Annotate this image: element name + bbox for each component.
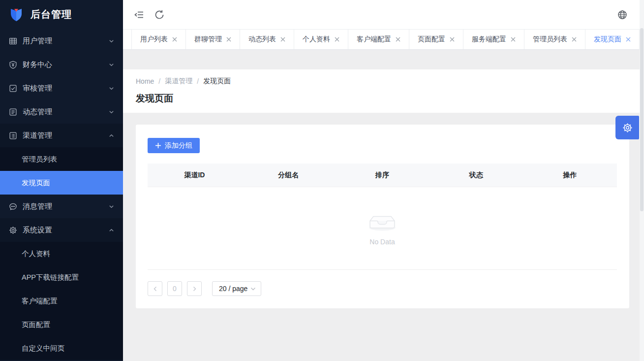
tab-server-config[interactable]: 服务端配置 — [463, 30, 524, 49]
sidebar-subitem-admin-list[interactable]: 管理员列表 — [0, 147, 123, 171]
close-icon[interactable] — [280, 37, 285, 42]
close-icon[interactable] — [626, 37, 631, 42]
tab-label: 用户列表 — [140, 35, 168, 44]
pagination-next-button[interactable] — [187, 281, 202, 296]
chevron-down-icon — [109, 86, 114, 91]
channel-icon — [9, 131, 17, 140]
close-icon[interactable] — [572, 37, 577, 42]
close-icon[interactable] — [450, 37, 455, 42]
tab-label: 页面配置 — [418, 35, 445, 44]
sidebar-item-user-mgmt[interactable]: 用户管理 — [0, 29, 123, 53]
close-icon[interactable] — [172, 37, 177, 42]
theme-settings-button[interactable] — [615, 116, 639, 139]
chevron-down-icon — [109, 38, 114, 44]
sidebar-item-label: 消息管理 — [23, 202, 109, 211]
column-header-actions: 操作 — [523, 164, 617, 187]
tab-bar: 用户列表 群聊管理 动态列表 个人资料 客户端配置 页面配置 服务端配置 管理 — [123, 30, 644, 50]
page-title: 发现页面 — [136, 92, 644, 105]
tab-client-config[interactable]: 客户端配置 — [348, 30, 409, 49]
tab-admin-list[interactable]: 管理员列表 — [524, 30, 585, 49]
tab-user-list[interactable]: 用户列表 — [131, 30, 186, 49]
close-icon[interactable] — [396, 37, 400, 42]
pagination-page-number[interactable]: 0 — [167, 281, 182, 296]
vertical-scrollbar-thumb[interactable] — [640, 28, 644, 211]
column-header-sort: 排序 — [336, 164, 429, 187]
tab-label: 发现页面 — [594, 35, 621, 44]
tab-page-config[interactable]: 页面配置 — [409, 30, 463, 49]
tab-feed-list[interactable]: 动态列表 — [240, 30, 294, 49]
sidebar-subitem-custom-landing[interactable]: 自定义中间页 — [0, 336, 123, 360]
sidebar-item-label: 渠道管理 — [23, 131, 109, 140]
content-card: 添加分组 渠道ID 分组名 排序 状态 操作 No Data — [136, 125, 629, 308]
sidebar-subitem-app-download-config[interactable]: APP下载链接配置 — [0, 265, 123, 289]
tab-profile[interactable]: 个人资料 — [294, 30, 348, 49]
pagination-prev-button[interactable] — [148, 281, 162, 296]
close-icon[interactable] — [335, 37, 339, 42]
chevron-up-icon — [109, 228, 114, 233]
chevron-left-icon — [153, 286, 158, 292]
sidebar-item-system-settings[interactable]: 系统设置 — [0, 218, 123, 242]
tab-label: 动态列表 — [248, 35, 276, 44]
sidebar-item-label: 用户管理 — [23, 36, 109, 46]
tab-label: 管理员列表 — [533, 35, 567, 44]
finance-icon — [9, 61, 17, 69]
breadcrumb-home[interactable]: Home — [136, 77, 154, 85]
close-icon[interactable] — [511, 37, 516, 42]
sidebar-subitem-label: 个人资料 — [22, 249, 50, 259]
tab-discover-page[interactable]: 发现页面 — [585, 30, 640, 49]
sidebar-subitem-discover-page[interactable]: 发现页面 — [0, 171, 123, 195]
gear-icon — [9, 226, 17, 234]
language-globe-icon[interactable] — [617, 10, 627, 20]
feed-icon — [9, 108, 17, 116]
sidebar-subitem-label: 客户端配置 — [22, 296, 58, 306]
table-header-row: 渠道ID 分组名 排序 状态 操作 — [148, 164, 617, 187]
sidebar-item-label: 财务中心 — [23, 60, 109, 69]
main-area: 用户列表 群聊管理 动态列表 个人资料 客户端配置 页面配置 服务端配置 管理 — [123, 0, 644, 361]
sidebar-subitem-profile[interactable]: 个人资料 — [0, 242, 123, 265]
sidebar-menu: 用户管理 财务中心 审核管理 动态管理 渠道管理 管理员列表 发现页面 — [0, 29, 123, 360]
breadcrumb-separator: / — [158, 77, 160, 85]
sidebar-item-message-mgmt[interactable]: 消息管理 — [0, 195, 123, 218]
tab-label: 客户端配置 — [357, 35, 391, 44]
chevron-down-icon — [250, 286, 256, 292]
chevron-down-icon — [109, 62, 114, 67]
collapse-sidebar-icon[interactable] — [134, 9, 145, 20]
sidebar-subitem-label: APP下载链接配置 — [22, 273, 79, 282]
breadcrumb-separator: / — [197, 77, 199, 85]
vertical-scrollbar-track — [640, 0, 644, 361]
sidebar-subitem-label: 管理员列表 — [22, 155, 58, 164]
sidebar-item-label: 动态管理 — [23, 107, 109, 117]
grid-icon — [9, 37, 17, 45]
empty-box-icon — [367, 211, 398, 231]
breadcrumb-current: 发现页面 — [203, 77, 231, 86]
chevron-right-icon — [192, 286, 197, 292]
tab-label: 个人资料 — [303, 35, 330, 44]
sidebar-item-channel-mgmt[interactable]: 渠道管理 — [0, 124, 123, 147]
sidebar-item-label: 审核管理 — [23, 84, 109, 93]
chevron-down-icon — [109, 204, 114, 209]
add-group-label: 添加分组 — [165, 141, 192, 150]
gear-icon — [622, 123, 633, 133]
add-group-button[interactable]: 添加分组 — [148, 138, 200, 153]
tab-label: 服务端配置 — [472, 35, 506, 44]
sidebar-subitem-page-config[interactable]: 页面配置 — [0, 313, 123, 336]
tab-group-chat-mgmt[interactable]: 群聊管理 — [186, 30, 240, 49]
plus-icon — [155, 142, 161, 149]
refresh-icon[interactable] — [154, 9, 165, 20]
pagination: 0 20 / page — [148, 281, 261, 296]
page-size-select[interactable]: 20 / page — [212, 281, 261, 296]
sidebar-item-finance-center[interactable]: 财务中心 — [0, 53, 123, 76]
top-header — [123, 0, 644, 30]
sidebar-subitem-client-config[interactable]: 客户端配置 — [0, 289, 123, 313]
sidebar-item-feed-mgmt[interactable]: 动态管理 — [0, 100, 123, 124]
app-title: 后台管理 — [31, 8, 72, 21]
column-header-status: 状态 — [429, 164, 523, 187]
column-header-group-name: 分组名 — [242, 164, 336, 187]
sidebar-subitem-label: 发现页面 — [22, 178, 50, 188]
data-table: 渠道ID 分组名 排序 状态 操作 No Data — [148, 164, 617, 270]
close-icon[interactable] — [226, 37, 231, 42]
app-logo-row: 后台管理 — [0, 0, 123, 29]
breadcrumb-channel-mgmt[interactable]: 渠道管理 — [165, 77, 192, 86]
sidebar-subitem-label: 页面配置 — [22, 320, 50, 329]
sidebar-item-audit-mgmt[interactable]: 审核管理 — [0, 76, 123, 100]
